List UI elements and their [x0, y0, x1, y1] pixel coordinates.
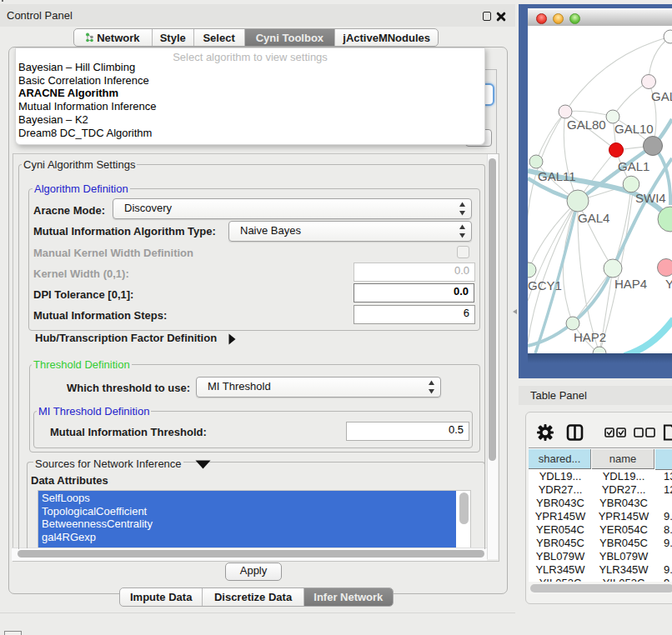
- svg-text:GAL1: GAL1: [618, 159, 649, 173]
- svg-text:GAL80: GAL80: [567, 118, 606, 132]
- svg-text:GAL2: GAL2: [651, 89, 672, 103]
- svg-text:SWI4: SWI4: [635, 191, 666, 205]
- svg-text:HAP4: HAP4: [614, 277, 647, 291]
- svg-text:GAL11: GAL11: [538, 169, 576, 183]
- svg-text:GCY1: GCY1: [528, 278, 562, 292]
- svg-text:GAL10: GAL10: [614, 122, 654, 136]
- svg-text:HAP2: HAP2: [574, 330, 606, 344]
- svg-text:Y: Y: [665, 277, 672, 291]
- svg-text:GAL4: GAL4: [578, 211, 609, 225]
